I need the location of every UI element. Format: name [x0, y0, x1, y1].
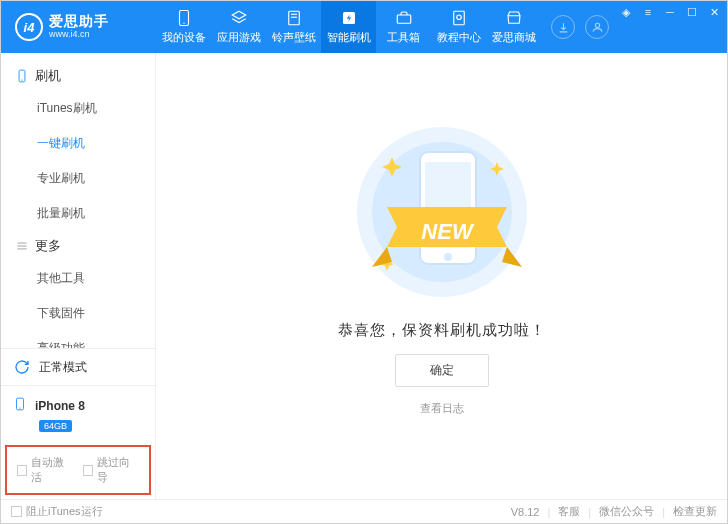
music-icon [285, 9, 303, 27]
success-illustration: NEW [332, 117, 552, 307]
close-button[interactable]: ✕ [707, 5, 721, 19]
sidebar-item[interactable]: 专业刷机 [1, 161, 155, 196]
nav-help[interactable]: 教程中心 [431, 1, 486, 53]
nav-apps[interactable]: 应用游戏 [211, 1, 266, 53]
device-icon [175, 9, 193, 27]
shirt-icon[interactable]: ◈ [619, 5, 633, 19]
nav-flash[interactable]: 智能刷机 [321, 1, 376, 53]
svg-point-8 [456, 15, 461, 20]
mode-label: 正常模式 [39, 359, 87, 376]
phone-icon [13, 395, 27, 416]
nav-store[interactable]: 爱思商城 [486, 1, 541, 53]
logo: i4 爱思助手 www.i4.cn [1, 13, 156, 41]
logo-icon: i4 [15, 13, 43, 41]
sidebar-item[interactable]: 一键刷机 [1, 126, 155, 161]
sidebar-section-1[interactable]: 更多 [1, 231, 155, 261]
store-icon [505, 9, 523, 27]
svg-point-9 [595, 23, 599, 27]
toolbox-icon [395, 9, 413, 27]
sidebar-item[interactable]: 下载固件 [1, 296, 155, 331]
main-content: NEW 恭喜您，保资料刷机成功啦！ 确定 查看日志 [156, 53, 727, 499]
user-button[interactable] [585, 15, 609, 39]
version-label: V8.12 [511, 506, 540, 518]
footer-link-support[interactable]: 客服 [558, 504, 580, 519]
svg-rect-7 [453, 11, 464, 25]
auto-activate-checkbox[interactable]: 自动激活 [17, 455, 73, 485]
highlighted-options: 自动激活 跳过向导 [5, 445, 151, 495]
svg-rect-2 [288, 11, 299, 25]
ok-button[interactable]: 确定 [395, 354, 489, 387]
title-bar: i4 爱思助手 www.i4.cn 我的设备应用游戏铃声壁纸智能刷机工具箱教程中… [1, 1, 727, 53]
view-log-link[interactable]: 查看日志 [420, 401, 464, 416]
help-icon [450, 9, 468, 27]
storage-badge: 64GB [39, 420, 72, 432]
apps-icon [230, 9, 248, 27]
sidebar-device[interactable]: iPhone 8 64GB [1, 386, 155, 441]
window-controls: ◈ ≡ ─ ☐ ✕ [619, 1, 727, 53]
sidebar-mode[interactable]: 正常模式 [1, 349, 155, 386]
status-bar: 阻止iTunes运行 V8.12 | 客服 | 微信公众号 | 检查更新 [1, 499, 727, 523]
main-nav: 我的设备应用游戏铃声壁纸智能刷机工具箱教程中心爱思商城 [156, 1, 551, 53]
refresh-icon [13, 358, 31, 376]
svg-rect-6 [397, 15, 411, 23]
block-itunes-checkbox[interactable]: 阻止iTunes运行 [11, 504, 103, 519]
maximize-button[interactable]: ☐ [685, 5, 699, 19]
sidebar-item[interactable]: 高级功能 [1, 331, 155, 348]
nav-music[interactable]: 铃声壁纸 [266, 1, 321, 53]
app-name: 爱思助手 [49, 14, 109, 29]
footer-link-update[interactable]: 检查更新 [673, 504, 717, 519]
success-message: 恭喜您，保资料刷机成功啦！ [338, 321, 546, 340]
nav-toolbox[interactable]: 工具箱 [376, 1, 431, 53]
skip-guide-checkbox[interactable]: 跳过向导 [83, 455, 139, 485]
flash-icon [340, 9, 358, 27]
svg-point-24 [444, 253, 452, 261]
minimize-button[interactable]: ─ [663, 5, 677, 19]
download-button[interactable] [551, 15, 575, 39]
footer-link-wechat[interactable]: 微信公众号 [599, 504, 654, 519]
device-name: iPhone 8 [35, 399, 85, 413]
nav-device[interactable]: 我的设备 [156, 1, 211, 53]
sidebar-item[interactable]: 其他工具 [1, 261, 155, 296]
sidebar-item[interactable]: iTunes刷机 [1, 91, 155, 126]
menu-icon[interactable]: ≡ [641, 5, 655, 19]
sidebar: 刷机iTunes刷机一键刷机专业刷机批量刷机更多其他工具下载固件高级功能 正常模… [1, 53, 156, 499]
sidebar-item[interactable]: 批量刷机 [1, 196, 155, 231]
svg-text:NEW: NEW [421, 219, 475, 244]
app-site: www.i4.cn [49, 30, 109, 40]
sidebar-section-0[interactable]: 刷机 [1, 61, 155, 91]
